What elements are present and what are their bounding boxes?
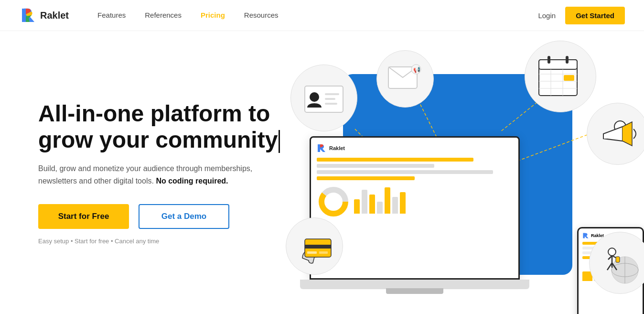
laptop-screen: Raklet — [310, 136, 520, 280]
login-link[interactable]: Login — [538, 11, 556, 20]
hero-content: All-in-one platform to grow your communi… — [38, 100, 280, 245]
svg-point-33 — [608, 248, 616, 256]
person-walking-icon — [599, 241, 642, 284]
screen-donut-chart — [317, 185, 350, 218]
start-free-button[interactable]: Start for Free — [38, 204, 129, 229]
megaphone-top-icon: 📢 — [384, 57, 427, 100]
svg-rect-12 — [325, 93, 339, 95]
svg-rect-38 — [319, 251, 328, 254]
svg-point-9 — [327, 195, 340, 208]
cursor — [279, 130, 280, 153]
svg-point-11 — [310, 92, 319, 102]
circle-credit-card — [286, 217, 343, 275]
hero-note: Easy setup • Start for free • Cancel any… — [38, 238, 280, 245]
hero-title: All-in-one platform to grow your communi… — [38, 100, 280, 153]
hero-illustration: Raklet — [281, 36, 644, 314]
laptop-base — [300, 280, 529, 289]
screen-bar-1 — [317, 158, 473, 162]
get-demo-button[interactable]: Get a Demo — [139, 204, 229, 229]
bar-col-4 — [377, 202, 383, 214]
hero-subtitle: Build, grow and monetize your audience t… — [38, 162, 258, 187]
screen-bar-4 — [317, 176, 415, 180]
laptop-illustration: Raklet — [310, 136, 558, 314]
laptop-stand — [386, 288, 443, 294]
svg-rect-34 — [616, 257, 620, 262]
megaphone-right-icon — [596, 112, 639, 155]
bar-col-7 — [400, 192, 406, 214]
tablet-logo-icon — [582, 232, 589, 239]
svg-rect-19 — [539, 60, 577, 69]
bar-col-3 — [369, 195, 375, 214]
circle-megaphone-right — [587, 103, 644, 165]
svg-rect-37 — [307, 251, 317, 254]
person-card-icon — [300, 79, 348, 117]
circle-megaphone-top: 📢 — [376, 50, 434, 108]
screen-bar-3 — [317, 170, 493, 174]
svg-rect-21 — [566, 56, 569, 64]
svg-rect-36 — [305, 245, 331, 249]
bar-col-1 — [354, 199, 360, 214]
credit-card-icon — [293, 225, 336, 268]
svg-rect-20 — [547, 56, 550, 64]
circle-person-card — [290, 65, 357, 131]
screen-bar-2 — [317, 164, 434, 168]
bar-col-5 — [385, 187, 390, 214]
svg-rect-14 — [325, 103, 337, 105]
svg-rect-13 — [325, 98, 335, 100]
screen-bar-chart — [354, 185, 406, 214]
logo[interactable]: Raklet — [19, 7, 69, 24]
svg-rect-27 — [564, 75, 574, 81]
svg-marker-29 — [603, 127, 623, 141]
get-started-button[interactable]: Get Started — [565, 7, 625, 24]
hero-buttons: Start for Free Get a Demo — [38, 204, 280, 229]
screen-brand: Raklet — [329, 145, 345, 151]
logo-text: Raklet — [40, 10, 69, 21]
nav-resources[interactable]: Resources — [244, 11, 279, 19]
nav-pricing[interactable]: Pricing — [201, 11, 225, 19]
navbar: Raklet Features References Pricing Resou… — [0, 0, 644, 31]
svg-text:📢: 📢 — [413, 66, 420, 73]
bar-col-2 — [362, 190, 367, 214]
circle-calendar — [525, 41, 596, 112]
calendar-icon — [534, 50, 587, 103]
bar-col-6 — [392, 197, 398, 214]
nav-references[interactable]: References — [145, 11, 182, 19]
logo-icon — [19, 7, 36, 24]
nav-features[interactable]: Features — [97, 11, 126, 19]
hero-section: All-in-one platform to grow your communi… — [0, 31, 644, 314]
